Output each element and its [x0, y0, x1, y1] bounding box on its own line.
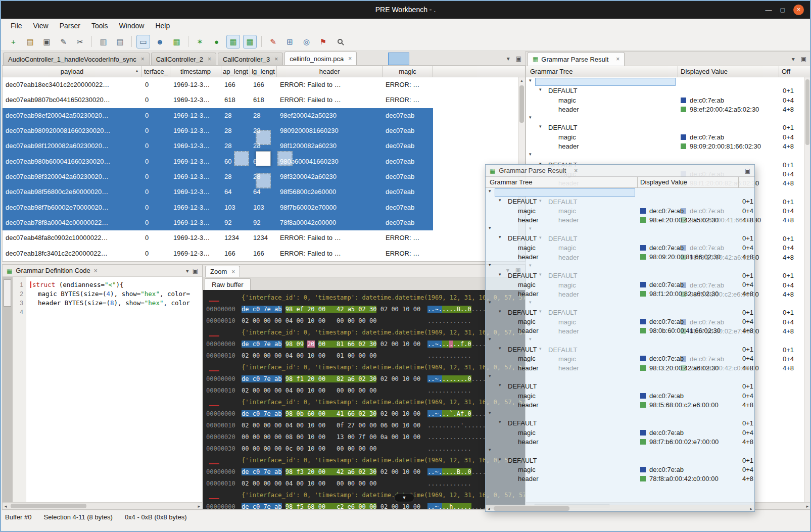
column-header-grammar-tree[interactable]: Grammar Tree [490, 177, 533, 188]
run-parser-icon[interactable]: ☻ [153, 35, 167, 49]
parse-tree-row[interactable]: ▾ [526, 114, 804, 123]
parse-tree-row[interactable]: ▾ [486, 336, 754, 345]
cell-payload[interactable]: dec07eab78f8a00042c00000022… [3, 215, 142, 230]
cell-ts[interactable]: 1969-12-3… [170, 230, 221, 246]
scroll-up-icon[interactable]: ▲ [520, 79, 523, 82]
cell-header[interactable]: 78f8a00042c00000 [277, 215, 383, 230]
parse-tree-row[interactable]: ▾DEFAULT0+1 [486, 345, 754, 354]
grid-view-icon[interactable]: ▦ [226, 35, 240, 49]
cut-icon[interactable]: ✂ [73, 35, 87, 49]
cell-magic[interactable]: dec07eab [383, 184, 433, 200]
cell-magic[interactable]: dec07eab [383, 138, 433, 154]
cell-header[interactable]: 980b600041660230 [277, 154, 383, 169]
cell-ts[interactable]: 1969-12-3… [170, 246, 221, 261]
cell-ts[interactable]: 1969-12-3… [170, 123, 221, 138]
column-header-orig-length[interactable]: ig_lengt [250, 66, 277, 77]
hex-line[interactable]: 00000000de c0 7e ab 98 f3 20 00 42 a6 02… [206, 466, 525, 478]
bug-icon[interactable]: ✶ [193, 35, 207, 49]
parse-tree-row[interactable]: header98:0b:60:00:41:66:02:304+8 [486, 326, 754, 335]
parse-tree-row[interactable]: ▾ [526, 151, 804, 160]
cell-header[interactable]: ERROR: Failed to … [277, 230, 383, 246]
run-icon[interactable]: ● [210, 35, 223, 49]
scroll-more-button[interactable]: ▼ [394, 494, 414, 502]
cell-payload[interactable]: dec07eab18fc3401c2c20000022… [3, 246, 142, 261]
cell-header[interactable]: ERROR: Failed to … [277, 92, 383, 108]
cell-iface[interactable]: 0 [142, 184, 170, 200]
dock-target-right[interactable] [277, 151, 293, 166]
chevron-down-icon[interactable]: ▾ [489, 373, 491, 378]
parse-tree-row[interactable]: ▾ [486, 373, 754, 382]
cell-ts[interactable]: 1969-12-3… [170, 215, 221, 230]
cell-ts[interactable]: 1969-12-3… [170, 108, 221, 123]
parse-tree-row[interactable]: magicde:c0:7e:ab0+4 [486, 428, 754, 438]
cell-orig[interactable]: 103 [250, 200, 277, 215]
dock-target-left[interactable] [234, 151, 249, 166]
cell-magic[interactable]: ERROR: … [383, 92, 433, 108]
copy-icon[interactable]: ▥ [97, 35, 110, 49]
hex-line[interactable]: 00000000de c0 7e ab 98 0b 60 00 41 66 02… [206, 408, 525, 420]
cell-iface[interactable]: 0 [142, 138, 170, 154]
cell-header[interactable]: ERROR: Failed to … [277, 77, 383, 92]
parse-tree-row[interactable]: header98:ef:20:00:42:a5:02:304+8 [486, 216, 754, 225]
table-row[interactable]: dec07eab9807bc0441650230020…01969-12-3…6… [3, 92, 518, 108]
parse-tree-row[interactable]: header98:f1:20:00:82:a6:02:304+8 [486, 289, 754, 299]
scrollbar-thumb[interactable] [494, 506, 569, 511]
dock-target-bottom[interactable] [256, 173, 271, 188]
scroll-left-icon[interactable]: ◂ [5, 504, 7, 509]
image-view-icon[interactable]: ▦ [170, 35, 183, 49]
parse-tree-row[interactable]: ▾ [486, 262, 754, 271]
parse-tree-row[interactable]: header98:09:20:00:81:66:02:304+8 [526, 142, 804, 151]
table-row[interactable]: dec07eab78f8a00042c00000022…01969-12-3…9… [3, 215, 518, 230]
parse-tree-row[interactable]: ▾ [486, 447, 754, 456]
chevron-down-icon[interactable]: ▾ [489, 336, 491, 342]
floating-hscrollbar[interactable]: ◂ ▸ [486, 505, 754, 511]
parse-tree-row[interactable]: magicde:c0:7e:ab0+4 [526, 133, 804, 142]
parse-tree-row[interactable]: ▾ [526, 77, 804, 86]
code-line[interactable]: magic BYTES(size=(4), show="hex", color= [30, 289, 202, 299]
menu-file[interactable]: File [5, 22, 28, 30]
hex-line[interactable]: 0000001002 00 00 00 04 00 10 00 00 00 00… [206, 478, 525, 490]
cell-header[interactable]: 98f1200082a60230 [277, 138, 383, 154]
cell-orig[interactable]: 1234 [250, 230, 277, 246]
code-line[interactable] [30, 308, 202, 317]
parse-tree-row[interactable]: magicde:c0:7e:ab0+4 [486, 465, 754, 474]
cell-header[interactable]: 98ef200042a50230 [277, 108, 383, 123]
parse-tree-row[interactable]: magicde:c0:7e:ab0+4 [486, 244, 754, 253]
column-header-cap-length[interactable]: ap_lengt [221, 66, 250, 77]
cell-orig[interactable]: 28 [250, 108, 277, 123]
cell-iface[interactable]: 0 [142, 92, 170, 108]
tab-zoom[interactable]: Zoom × [205, 266, 240, 277]
cell-iface[interactable]: 0 [142, 215, 170, 230]
parse-tree-row[interactable]: ▾DEFAULT0+1 [526, 86, 804, 95]
chevron-down-icon[interactable]: ▾ [499, 419, 501, 424]
hex-line[interactable]: 0000001002 00 00 00 04 00 10 00 00 00 00… [206, 315, 525, 327]
menu-view[interactable]: View [28, 22, 54, 30]
cell-orig[interactable]: 618 [250, 92, 277, 108]
hex-view[interactable]: {'interface_id': 0, 'timestamp': datetim… [203, 290, 525, 509]
cell-magic[interactable]: ERROR: … [383, 230, 433, 246]
paste-icon[interactable]: ▤ [113, 35, 127, 49]
cell-payload[interactable]: dec07eab18ec3401c2c20000022… [3, 77, 142, 92]
column-header-offset[interactable]: Off [782, 66, 790, 77]
table-row[interactable]: dec07eab18fc3401c2c20000022…01969-12-3…1… [3, 246, 518, 261]
code-overview-strip[interactable] [3, 277, 13, 502]
cell-ts[interactable]: 1969-12-3… [170, 169, 221, 184]
tab-list-dropdown-icon[interactable]: ▾ [507, 55, 510, 62]
table-row[interactable]: dec07eab98f7b60002e70000020…01969-12-3…1… [3, 200, 518, 215]
hex-line[interactable]: 00000000de c0 7e ab 98 f5 68 00 c2 e6 00… [206, 501, 525, 509]
dock-target-top[interactable] [256, 130, 271, 145]
column-header-magic[interactable]: magic [383, 66, 433, 77]
open-folder-icon[interactable]: ▤ [23, 35, 37, 49]
save-icon[interactable]: ▣ [40, 35, 54, 49]
floating-parse-window[interactable]: ▦ Grammar Parse Result × ▣ Grammar Tree … [485, 164, 755, 512]
cell-iface[interactable]: 0 [142, 77, 170, 92]
menu-help[interactable]: Help [150, 22, 175, 30]
chevron-down-icon[interactable]: ▾ [499, 346, 501, 351]
cell-cap[interactable]: 28 [221, 169, 250, 184]
new-file-icon[interactable]: + [7, 35, 20, 49]
cell-payload[interactable]: dec07eab98f7b60002e70000020… [3, 200, 142, 215]
chevron-down-icon[interactable]: ▾ [489, 262, 491, 267]
cell-header[interactable]: 98f7b60002e70000 [277, 200, 383, 215]
cell-iface[interactable]: 0 [142, 200, 170, 215]
chevron-down-icon[interactable]: ▾ [539, 124, 542, 129]
